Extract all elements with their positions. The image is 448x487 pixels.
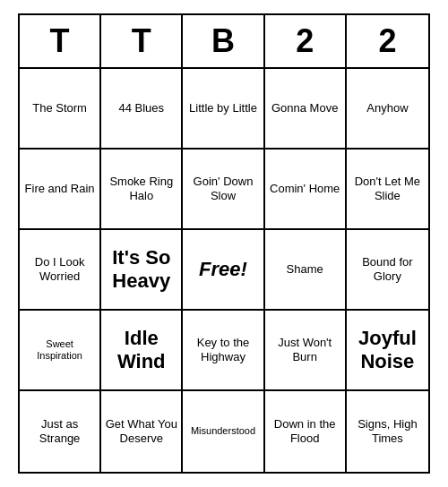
- cell-3-1: Idle Wind: [101, 311, 183, 391]
- header-col-0: T: [20, 15, 101, 67]
- cell-3-2: Key to the Highway: [183, 311, 264, 391]
- cell-1-0: Fire and Rain: [20, 150, 101, 230]
- cell-0-0: The Storm: [20, 69, 101, 150]
- cell-2-1: It's So Heavy: [101, 230, 183, 311]
- cell-0-4: Anyhow: [347, 69, 428, 150]
- cell-4-2: Misunderstood: [183, 391, 264, 472]
- cell-0-1: 44 Blues: [101, 69, 183, 150]
- cell-0-2: Little by Little: [183, 69, 264, 150]
- bingo-card: TTB22 The Storm44 BluesLittle by LittleG…: [18, 13, 430, 474]
- cell-1-1: Smoke Ring Halo: [101, 150, 183, 230]
- cell-3-4: Joyful Noise: [347, 311, 428, 391]
- header-col-4: 2: [347, 15, 428, 67]
- cell-3-3: Just Won't Burn: [265, 311, 347, 391]
- cell-1-4: Don't Let Me Slide: [347, 150, 428, 230]
- cell-4-3: Down in the Flood: [265, 391, 347, 472]
- cell-0-3: Gonna Move: [265, 69, 347, 150]
- cell-4-4: Signs, High Times: [347, 391, 428, 472]
- cell-3-0: Sweet Inspiration: [20, 311, 101, 391]
- cell-1-2: Goin' Down Slow: [183, 150, 264, 230]
- cell-1-3: Comin' Home: [265, 150, 347, 230]
- header-col-3: 2: [265, 15, 347, 67]
- bingo-header: TTB22: [20, 15, 428, 69]
- cell-4-1: Get What You Deserve: [101, 391, 183, 472]
- cell-2-3: Shame: [265, 230, 347, 311]
- cell-2-0: Do I Look Worried: [20, 230, 101, 311]
- cell-4-0: Just as Strange: [20, 391, 101, 472]
- cell-2-4: Bound for Glory: [347, 230, 428, 311]
- header-col-2: B: [183, 15, 264, 67]
- cell-2-2: Free!: [183, 230, 264, 311]
- bingo-grid: The Storm44 BluesLittle by LittleGonna M…: [20, 69, 428, 472]
- header-col-1: T: [101, 15, 183, 67]
